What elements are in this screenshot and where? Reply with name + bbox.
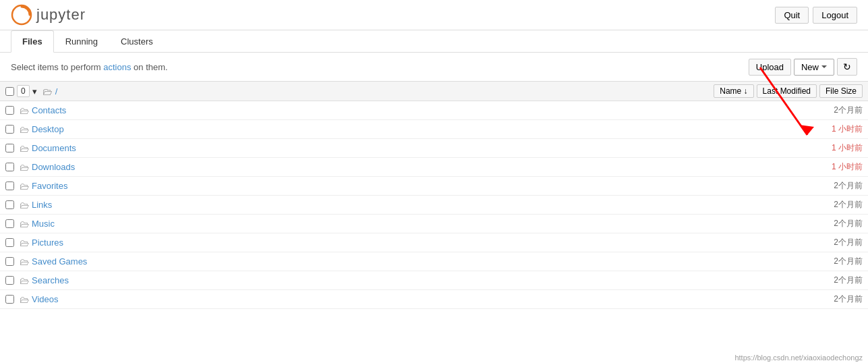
- actions-link[interactable]: actions: [103, 62, 131, 72]
- file-link[interactable]: Pictures: [32, 238, 782, 248]
- header-buttons: Quit Logout: [775, 7, 857, 24]
- modified-date: 1 小时前: [782, 142, 863, 154]
- table-row: 🗁 Links 2个月前: [0, 196, 868, 215]
- modified-date: 2个月前: [782, 180, 863, 192]
- tabs: Files Running Clusters: [0, 30, 868, 53]
- tab-files[interactable]: Files: [11, 30, 54, 53]
- file-link[interactable]: Videos: [32, 294, 782, 304]
- row-checkbox[interactable]: [5, 163, 14, 171]
- folder-icon: 🗁: [20, 275, 29, 286]
- file-list-header: 0 ▾ 🗁 / Name ↓ Last Modified File Size: [0, 81, 868, 101]
- select-all-area: 0 ▾: [5, 85, 37, 97]
- modified-date: 1 小时前: [782, 161, 863, 173]
- toolbar: Select items to perform actions on them.…: [0, 53, 868, 81]
- size-sort-button[interactable]: File Size: [819, 84, 863, 98]
- table-row: 🗁 Desktop 1 小时前: [0, 120, 868, 139]
- folder-icon: 🗁: [20, 200, 29, 211]
- folder-icon: 🗁: [42, 86, 53, 97]
- row-checkbox[interactable]: [5, 238, 14, 247]
- file-link[interactable]: Searches: [32, 275, 782, 285]
- tab-clusters[interactable]: Clusters: [109, 30, 165, 53]
- row-checkbox[interactable]: [5, 144, 14, 152]
- select-all-checkbox[interactable]: [5, 87, 14, 96]
- row-checkbox[interactable]: [5, 219, 14, 228]
- table-row: 🗁 Pictures 2个月前: [0, 233, 868, 252]
- new-label: New: [801, 62, 819, 72]
- breadcrumb-path[interactable]: /: [55, 86, 58, 96]
- tab-running[interactable]: Running: [54, 30, 109, 53]
- row-checkbox[interactable]: [5, 182, 14, 190]
- name-sort-button[interactable]: Name ↓: [714, 84, 753, 98]
- folder-icon: 🗁: [20, 124, 29, 135]
- table-row: 🗁 Documents 1 小时前: [0, 139, 868, 158]
- folder-icon: 🗁: [20, 238, 29, 248]
- folder-icon: 🗁: [20, 181, 29, 192]
- folder-icon: 🗁: [20, 143, 29, 154]
- file-link[interactable]: Links: [32, 200, 782, 210]
- modified-date: 2个月前: [782, 275, 863, 286]
- row-checkbox[interactable]: [5, 276, 14, 285]
- svg-point-0: [12, 5, 31, 24]
- modified-date: 2个月前: [782, 256, 863, 267]
- table-row: 🗁 Contacts 2个月前: [0, 101, 868, 120]
- row-checkbox[interactable]: [5, 295, 14, 304]
- dropdown-caret-count[interactable]: ▾: [32, 86, 37, 96]
- logo-text: jupyter: [36, 6, 86, 24]
- logo-area: jupyter: [11, 4, 86, 26]
- jupyter-logo-icon: [11, 4, 32, 26]
- table-row: 🗁 Videos 2个月前: [0, 290, 868, 309]
- logout-button[interactable]: Logout: [813, 7, 857, 24]
- refresh-button[interactable]: ↻: [837, 58, 857, 76]
- row-checkbox[interactable]: [5, 257, 14, 266]
- file-link[interactable]: Saved Games: [32, 256, 782, 267]
- name-col-label: Name: [720, 86, 741, 96]
- modified-date: 1 小时前: [782, 123, 863, 135]
- file-list: 🗁 Contacts 2个月前 🗁 Desktop 1 小时前 🗁 Docume…: [0, 101, 868, 309]
- toolbar-actions: Upload New ↻: [749, 58, 857, 76]
- row-checkbox[interactable]: [5, 125, 14, 134]
- folder-icon: 🗁: [20, 162, 29, 173]
- new-button[interactable]: New: [794, 59, 834, 76]
- table-row: 🗁 Downloads 1 小时前: [0, 158, 868, 177]
- header: jupyter Quit Logout: [0, 0, 868, 30]
- modified-date: 2个月前: [782, 199, 863, 211]
- row-checkbox[interactable]: [5, 106, 14, 115]
- new-dropdown-caret: [821, 65, 827, 68]
- folder-icon: 🗁: [20, 105, 29, 116]
- file-link[interactable]: Desktop: [32, 124, 782, 134]
- selected-count: 0: [17, 85, 30, 97]
- file-link[interactable]: Favorites: [32, 181, 782, 191]
- row-checkbox[interactable]: [5, 200, 14, 209]
- table-row: 🗁 Searches 2个月前: [0, 271, 868, 290]
- breadcrumb: 🗁 /: [42, 86, 714, 97]
- size-col-label: File Size: [826, 86, 857, 96]
- folder-icon: 🗁: [20, 256, 29, 267]
- table-row: 🗁 Saved Games 2个月前: [0, 252, 868, 271]
- column-buttons: Name ↓ Last Modified File Size: [714, 84, 863, 98]
- upload-button[interactable]: Upload: [749, 59, 791, 76]
- modified-sort-button[interactable]: Last Modified: [757, 84, 817, 98]
- modified-col-label: Last Modified: [763, 86, 811, 96]
- file-link[interactable]: Contacts: [32, 105, 782, 115]
- table-row: 🗁 Music 2个月前: [0, 215, 868, 233]
- modified-date: 2个月前: [782, 105, 863, 116]
- quit-button[interactable]: Quit: [775, 7, 809, 24]
- modified-date: 2个月前: [782, 237, 863, 248]
- sort-icon: ↓: [744, 86, 748, 96]
- file-link[interactable]: Documents: [32, 143, 782, 153]
- modified-date: 2个月前: [782, 218, 863, 229]
- folder-icon: 🗁: [20, 219, 29, 229]
- table-row: 🗁 Favorites 2个月前: [0, 177, 868, 196]
- file-link[interactable]: Downloads: [32, 162, 782, 172]
- toolbar-description: Select items to perform actions on them.: [11, 62, 168, 72]
- file-link[interactable]: Music: [32, 219, 782, 229]
- folder-icon: 🗁: [20, 294, 29, 305]
- modified-date: 2个月前: [782, 294, 863, 305]
